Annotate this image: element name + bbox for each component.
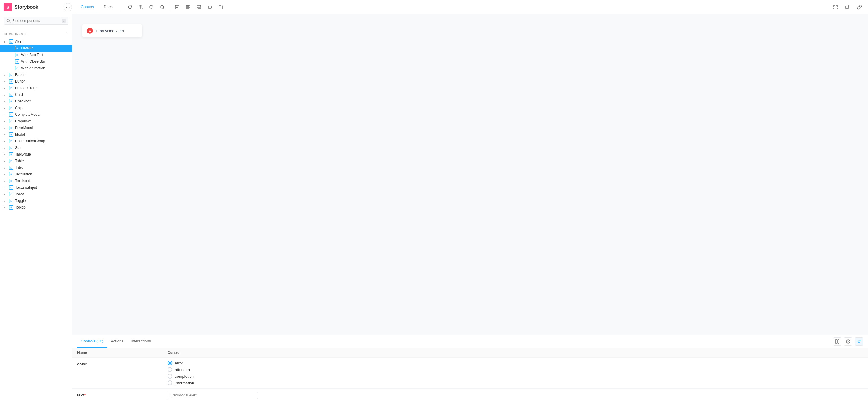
logo-text: Storybook — [14, 4, 38, 10]
sidebar-item-with-sub-text[interactable]: ⊟ With Sub Text — [0, 52, 72, 58]
sidebar-item-radiobuttongroup[interactable]: ▸ ⊞ RadioButtonGroup — [0, 138, 72, 144]
sidebar-content: COMPONENTS ⌃ ▾ ⊞ Alert ⊟ Default ⊟ With … — [0, 27, 72, 413]
sidebar-item-errormodal[interactable]: ▸ ⊞ ErrorModal — [0, 124, 72, 131]
radio-circle-error[interactable] — [167, 360, 173, 365]
radio-option-completion[interactable]: completion — [167, 374, 863, 379]
chevron-right-icon: ▸ — [4, 133, 7, 136]
radio-circle-attention[interactable] — [167, 367, 173, 372]
component-icon: ⊞ — [9, 119, 13, 123]
sidebar-item-label: Button — [15, 79, 68, 84]
sidebar-item-tabs[interactable]: ▸ ⊞ Tabs — [0, 164, 72, 171]
reset-controls-button[interactable] — [855, 337, 863, 346]
fullscreen-icon[interactable] — [216, 2, 225, 12]
chevron-right-icon: ▸ — [4, 173, 7, 176]
text-control-input[interactable] — [167, 392, 258, 399]
sidebar-item-toggle[interactable]: ▸ ⊞ Toggle — [0, 198, 72, 204]
sidebar-item-stat[interactable]: ▸ ⊞ Stat — [0, 144, 72, 151]
sidebar: / COMPONENTS ⌃ ▾ ⊞ Alert ⊟ Default ⊟ — [0, 14, 72, 413]
bottom-tabs: Controls (10) Actions Interactions — [72, 335, 868, 348]
tab-controls[interactable]: Controls (10) — [77, 335, 107, 348]
search-box-icon — [6, 19, 10, 23]
link-icon[interactable] — [855, 2, 864, 12]
canvas-area: ErrorModal Alert Controls (10) Actions I… — [72, 14, 868, 413]
radio-label-completion: completion — [175, 374, 194, 379]
search-input[interactable] — [12, 19, 60, 23]
panel-split-icon[interactable] — [833, 337, 841, 346]
svg-line-25 — [9, 22, 10, 23]
alert-component-preview: ErrorModal Alert — [82, 24, 142, 37]
required-marker: * — [84, 393, 86, 397]
resize-icon[interactable] — [205, 2, 215, 12]
component-icon: ⊞ — [9, 205, 13, 209]
sidebar-item-textareainput[interactable]: ▸ ⊞ TextareaInput — [0, 184, 72, 191]
sidebar-item-default[interactable]: ⊟ Default — [0, 45, 72, 52]
component-icon: ⊞ — [9, 39, 13, 44]
sidebar-item-table[interactable]: ▸ ⊞ Table — [0, 158, 72, 164]
sidebar-item-buttonsgroup[interactable]: ▸ ⊞ ButtonsGroup — [0, 85, 72, 91]
zoom-out-icon[interactable] — [147, 2, 156, 12]
sidebar-item-checkbox[interactable]: ▸ ⊞ Checkbox — [0, 98, 72, 105]
sidebar-item-tabgroup[interactable]: ▸ ⊞ TabGroup — [0, 151, 72, 158]
image-icon[interactable] — [173, 2, 182, 12]
search-icon[interactable] — [158, 2, 167, 12]
chevron-right-icon: ▸ — [4, 159, 7, 163]
story-icon: ⊟ — [15, 59, 19, 64]
sidebar-item-completemodal[interactable]: ▸ ⊞ CompleteModal — [0, 111, 72, 118]
sidebar-item-tooltip[interactable]: ▸ ⊞ Tooltip — [0, 204, 72, 211]
search-area: / — [0, 14, 72, 27]
sidebar-item-label: Toggle — [15, 199, 68, 203]
section-toggle-icon[interactable]: ⌃ — [65, 32, 68, 36]
svg-rect-11 — [186, 5, 188, 7]
expand-icon[interactable] — [831, 2, 840, 12]
more-button[interactable]: ··· — [64, 3, 72, 11]
sidebar-item-toast[interactable]: ▸ ⊞ Toast — [0, 191, 72, 198]
sidebar-item-textinput[interactable]: ▸ ⊞ TextInput — [0, 178, 72, 184]
reload-icon[interactable] — [125, 2, 135, 12]
radio-option-attention[interactable]: attention — [167, 367, 863, 372]
sidebar-item-card[interactable]: ▸ ⊞ Card — [0, 91, 72, 98]
sidebar-item-badge[interactable]: ▸ ⊞ Badge — [0, 71, 72, 78]
control-value-text — [167, 392, 863, 399]
panel-close-icon[interactable] — [844, 337, 852, 346]
radio-circle-information[interactable] — [167, 380, 173, 385]
svg-rect-14 — [188, 7, 190, 9]
open-new-icon[interactable] — [843, 2, 852, 12]
sidebar-item-alert[interactable]: ▾ ⊞ Alert — [0, 38, 72, 45]
control-name-text: text* — [77, 392, 167, 397]
sidebar-item-label: ButtonsGroup — [15, 86, 68, 90]
sidebar-item-modal[interactable]: ▸ ⊞ Modal — [0, 131, 72, 138]
tab-canvas[interactable]: Canvas — [76, 0, 99, 14]
radio-option-error[interactable]: error — [167, 360, 863, 365]
sidebar-item-chip[interactable]: ▸ ⊞ Chip — [0, 105, 72, 111]
radio-circle-completion[interactable] — [167, 374, 173, 379]
radio-option-information[interactable]: information — [167, 380, 863, 385]
sidebar-item-dropdown[interactable]: ▸ ⊞ Dropdown — [0, 118, 72, 124]
sidebar-item-button[interactable]: ▸ ⊞ Button — [0, 78, 72, 85]
sidebar-item-with-animation[interactable]: ⊟ With Animation — [0, 65, 72, 71]
chevron-right-icon: ▸ — [4, 87, 7, 90]
tab-docs[interactable]: Docs — [99, 0, 118, 14]
tab-interactions[interactable]: Interactions — [127, 335, 155, 348]
grid-icon[interactable] — [183, 2, 193, 12]
sidebar-item-label: TextButton — [15, 172, 68, 176]
component-icon: ⊞ — [9, 172, 13, 176]
toolbar-icons — [123, 2, 228, 12]
component-icon: ⊞ — [9, 113, 13, 117]
sidebar-item-with-close-btn[interactable]: ⊟ With Close Btn — [0, 58, 72, 65]
tab-actions[interactable]: Actions — [107, 335, 127, 348]
section-label: COMPONENTS — [4, 33, 28, 36]
sidebar-item-textbutton[interactable]: ▸ ⊞ TextButton — [0, 171, 72, 178]
control-column-header: Control — [167, 351, 181, 355]
tab-divider — [120, 4, 120, 11]
sidebar-item-label: Alert — [15, 39, 68, 44]
sidebar-item-label: Modal — [15, 132, 68, 137]
component-icon: ⊞ — [9, 146, 13, 150]
controls-table: Name Control color error attention — [72, 348, 868, 413]
chevron-right-icon: ▸ — [4, 153, 7, 156]
sidebar-item-label: With Sub Text — [21, 53, 68, 57]
radio-label-error: error — [175, 361, 183, 365]
svg-point-10 — [176, 6, 177, 7]
chevron-right-icon: ▸ — [4, 93, 7, 96]
zoom-in-icon[interactable] — [136, 2, 146, 12]
layout-icon[interactable] — [194, 2, 204, 12]
